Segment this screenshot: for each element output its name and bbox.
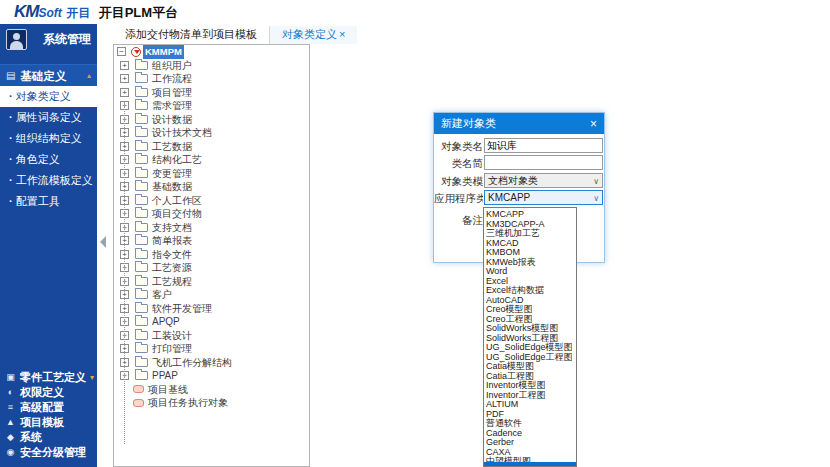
folder-icon — [135, 223, 148, 232]
collapse-arrow-icon[interactable]: ▴ — [87, 65, 91, 87]
tree-row[interactable]: +支持文档 — [114, 221, 309, 235]
tree-node-label: 软件开发管理 — [152, 302, 212, 316]
collapse-expander-icon[interactable]: − — [117, 47, 126, 56]
tab-close-icon[interactable]: × — [339, 28, 345, 40]
dialog-titlebar[interactable]: 新建对象类 × — [434, 113, 604, 134]
expand-plus-icon[interactable]: + — [120, 88, 129, 97]
sidebar-item-0[interactable]: 对象类定义 — [0, 86, 97, 107]
tree-row[interactable]: +项目管理 — [114, 86, 309, 100]
tree-node-label: 工艺资源 — [152, 261, 192, 275]
sidebar-item-2[interactable]: 组织结构定义 — [0, 128, 97, 149]
tree-row[interactable]: +工艺规程 — [114, 275, 309, 289]
logo-cn-text: 开目 — [66, 6, 90, 20]
chevron-down-icon: ∨ — [593, 192, 599, 205]
sidebar-group-1[interactable]: ◐权限定义 — [0, 385, 97, 400]
tree-row[interactable]: +飞机工作分解结构 — [114, 356, 309, 370]
clock-icon: ◐ — [5, 385, 16, 400]
logo-km-mark: KM — [14, 2, 38, 21]
folder-icon — [135, 209, 148, 218]
folder-icon — [135, 142, 148, 151]
sidebar-group-5[interactable]: ◉安全分级管理 — [0, 445, 97, 460]
tree-row[interactable]: +工艺资源 — [114, 261, 309, 275]
sidebar-group-label: 权限定义 — [20, 385, 64, 400]
application-type-value: KMCAPP — [488, 192, 530, 203]
object-class-tree-panel: − KMMPM +组织用户+工作流程+项目管理+需求管理+设计数据+设计技术文档… — [113, 44, 310, 467]
close-icon[interactable]: × — [590, 117, 597, 131]
tree-node-label: APQP — [152, 315, 180, 329]
tab-0[interactable]: 添加交付物清单到项目模板 — [113, 26, 270, 44]
tree-row[interactable]: +组织用户 — [114, 59, 309, 73]
sidebar-group-3[interactable]: ▲项目模板 — [0, 415, 97, 430]
folder-icon — [135, 317, 148, 326]
folder-icon — [135, 304, 148, 313]
panel-collapse-arrow-icon[interactable] — [100, 236, 106, 248]
tree-row[interactable]: +简单报表 — [114, 234, 309, 248]
folder-icon — [135, 236, 148, 245]
application-type-select[interactable]: KMCAPP ∨ — [484, 190, 603, 205]
field-slot-4: KMCAPP ∨ — [484, 190, 603, 205]
tree-row[interactable]: +APQP — [114, 315, 309, 329]
sidebar-group-0[interactable]: ▣零件工艺定义▾ — [0, 370, 97, 385]
object-class-template-select[interactable]: 文档对象类 ∨ — [484, 173, 603, 188]
tree-row[interactable]: +软件开发管理 — [114, 302, 309, 316]
tree-node-label: 支持文档 — [152, 221, 192, 235]
tree-node-label: 简单报表 — [152, 234, 192, 248]
tree-node-label: 工作流程 — [152, 72, 192, 86]
expand-plus-icon[interactable]: + — [120, 74, 129, 83]
tab-1[interactable]: 对象类定义× — [270, 26, 357, 44]
tree-node-label: 需求管理 — [152, 99, 192, 113]
folder-icon — [135, 277, 148, 286]
tree-row[interactable]: +工作流程 — [114, 72, 309, 86]
user-avatar[interactable] — [6, 29, 27, 50]
sidebar-item-1[interactable]: 属性词条定义 — [0, 107, 97, 128]
sidebar-group-2[interactable]: ≡高级配置 — [0, 400, 97, 415]
object-class-name-label: 对象类名 — [434, 140, 483, 153]
tree-row[interactable]: +客户 — [114, 288, 309, 302]
tree-row[interactable]: +指令文件 — [114, 248, 309, 262]
tree-leaf-row[interactable]: 项目基线 — [114, 383, 309, 397]
sidebar-title: 系统管理 — [33, 31, 91, 48]
sidebar-group-label: 系统 — [20, 430, 42, 445]
folder-icon — [135, 331, 148, 340]
blocks-icon: ▣ — [5, 370, 16, 385]
sidebar-header: 系统管理 — [0, 24, 97, 54]
expand-plus-icon[interactable]: + — [120, 61, 129, 70]
sidebar-group-basic-definition[interactable]: ▤ 基础定义 ▴ — [0, 64, 97, 86]
class-short-name-input[interactable] — [484, 155, 603, 170]
tree-row[interactable]: +结构化工艺 — [114, 153, 309, 167]
tree-row[interactable]: +基础数据 — [114, 180, 309, 194]
tree-root-label[interactable]: KMMPM — [143, 45, 184, 59]
tree-row[interactable]: +设计技术文档 — [114, 126, 309, 140]
tree-node-label: 打印管理 — [152, 342, 192, 356]
dropdown-highlighted-partial-row[interactable] — [484, 462, 576, 466]
tree-row[interactable]: +打印管理 — [114, 342, 309, 356]
tree-row[interactable]: +工艺数据 — [114, 140, 309, 154]
object-leaf-icon — [133, 385, 144, 393]
tree-root-row[interactable]: − KMMPM — [114, 45, 309, 59]
dialog-title: 新建对象类 — [441, 116, 496, 131]
tree-row[interactable]: +项目交付物 — [114, 207, 309, 221]
tree-node-label: 工装设计 — [152, 329, 192, 343]
tree-row[interactable]: +个人工作区 — [114, 194, 309, 208]
tree-node-label: 设计技术文档 — [152, 126, 212, 140]
tree-row[interactable]: +需求管理 — [114, 99, 309, 113]
tree-node-label: 变更管理 — [152, 167, 192, 181]
folder-icon — [135, 61, 148, 70]
triangle-icon: ▲ — [5, 415, 16, 430]
sidebar-item-4[interactable]: 工作流模板定义 — [0, 170, 97, 191]
chevron-down-icon: ∨ — [593, 175, 599, 188]
chevron-down-icon[interactable]: ▾ — [90, 370, 94, 385]
sidebar-group-4[interactable]: ◆系统 — [0, 430, 97, 445]
tree-row[interactable]: +设计数据 — [114, 113, 309, 127]
folder-icon — [135, 169, 148, 178]
field-slot-2 — [484, 155, 603, 170]
folder-icon — [135, 128, 148, 137]
tree-row[interactable]: +PPAP — [114, 369, 309, 383]
tree-leaf-row[interactable]: 项目任务执行对象 — [114, 396, 309, 410]
object-class-name-input[interactable] — [484, 138, 603, 153]
sidebar-item-5[interactable]: 配置工具 — [0, 191, 97, 212]
tab-bar: 添加交付物清单到项目模板对象类定义× — [113, 26, 357, 44]
tree-row[interactable]: +变更管理 — [114, 167, 309, 181]
tree-row[interactable]: +工装设计 — [114, 329, 309, 343]
sidebar-item-3[interactable]: 角色定义 — [0, 149, 97, 170]
